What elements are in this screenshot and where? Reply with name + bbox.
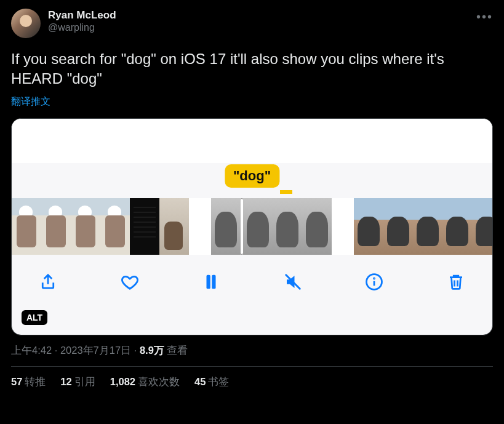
author-display-name: Ryan McLeod: [48, 9, 116, 22]
svg-rect-1: [212, 275, 215, 289]
tweet-date: 2023年7月17日: [60, 345, 131, 356]
video-frame: [211, 198, 241, 255]
video-frame: [243, 198, 273, 255]
video-frame: [442, 198, 472, 255]
author-handle: @warpling: [48, 22, 116, 34]
svg-rect-0: [207, 275, 210, 289]
video-frame: [12, 198, 41, 255]
heart-icon[interactable]: [121, 273, 139, 291]
video-frame: [383, 198, 413, 255]
tweet-time: 上午4:42: [11, 345, 52, 356]
search-result-pill: "dog": [225, 164, 279, 188]
video-frame: [354, 198, 383, 255]
views-label: 查看: [167, 345, 188, 356]
video-frame: [71, 198, 100, 255]
video-frame: [302, 198, 332, 255]
quotes-stat[interactable]: 12引用: [60, 375, 95, 389]
mute-icon[interactable]: [284, 273, 302, 291]
tweet-container: Ryan McLeod @warpling ••• If you search …: [0, 0, 504, 389]
clip-thumbnails[interactable]: [211, 198, 332, 255]
user-block[interactable]: Ryan McLeod @warpling: [48, 9, 116, 34]
retweets-stat[interactable]: 57转推: [11, 375, 46, 389]
tweet-stats: 57转推 12引用 1,082喜欢次数 45书签: [11, 367, 493, 389]
views-count: 8.9万: [140, 345, 164, 356]
video-scrubber-row[interactable]: [12, 198, 492, 255]
tweet-text: If you search for "dog" on iOS 17 it'll …: [11, 49, 493, 89]
svg-point-5: [374, 278, 375, 279]
bookmarks-stat[interactable]: 45书签: [194, 375, 229, 389]
playhead-marker: [280, 190, 292, 194]
video-frame: [159, 198, 189, 255]
trash-icon[interactable]: [447, 273, 465, 291]
video-frame: [273, 198, 302, 255]
translate-link[interactable]: 翻译推文: [11, 95, 493, 108]
media-toolbar: [12, 264, 492, 300]
clip-thumbnails[interactable]: [354, 198, 492, 255]
video-frame: [130, 198, 159, 255]
share-icon[interactable]: [39, 273, 57, 291]
tweet-media[interactable]: "dog": [11, 118, 493, 335]
video-frame: [100, 198, 130, 255]
clip-thumbnails[interactable]: [12, 198, 189, 255]
video-frame: [472, 198, 492, 255]
pause-icon[interactable]: [202, 273, 220, 291]
tweet-meta[interactable]: 上午4:42 · 2023年7月17日 · 8.9万 查看: [11, 344, 493, 358]
video-frame: [413, 198, 442, 255]
alt-badge[interactable]: ALT: [22, 310, 47, 325]
info-icon[interactable]: [365, 273, 383, 291]
video-frame: [41, 198, 71, 255]
media-whitespace: [12, 119, 492, 163]
avatar[interactable]: [11, 9, 41, 38]
tweet-header: Ryan McLeod @warpling •••: [11, 9, 493, 38]
more-icon[interactable]: •••: [476, 10, 493, 24]
likes-stat[interactable]: 1,082喜欢次数: [110, 375, 180, 389]
